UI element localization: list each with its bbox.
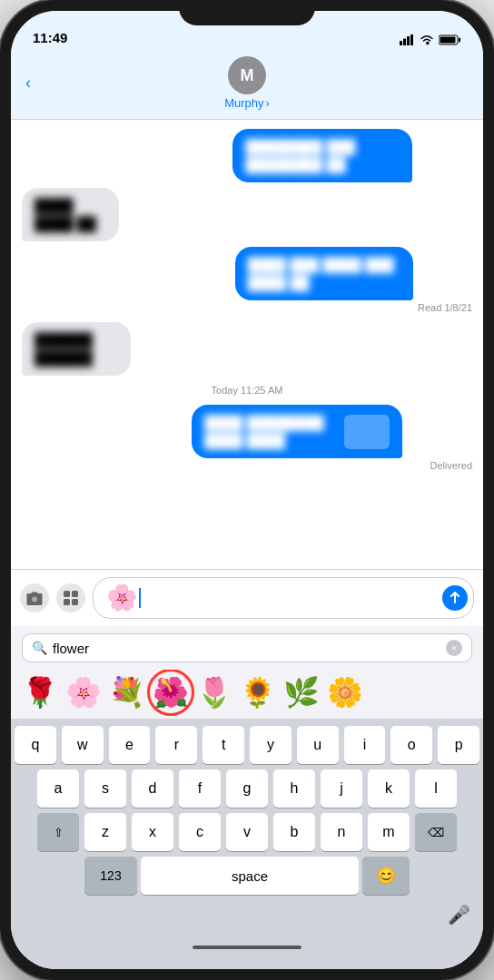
timestamp-today: Today 11:25 AM [22, 385, 472, 396]
text-cursor [139, 588, 141, 608]
read-receipt: Read 1/8/21 [235, 302, 472, 313]
key-f[interactable]: f [179, 769, 221, 808]
emoji-result-rose[interactable]: 🌹 [22, 675, 58, 710]
nav-center[interactable]: M Murphy › [224, 56, 270, 110]
key-e[interactable]: e [109, 726, 151, 764]
key-i[interactable]: i [344, 726, 386, 764]
key-l[interactable]: l [415, 769, 457, 808]
status-icons [400, 34, 461, 45]
emoji-search-icon: 🔍 [32, 641, 47, 655]
svg-rect-3 [410, 34, 413, 45]
emoji-result-blossom2[interactable]: 🌼 [327, 675, 363, 710]
delivered-status: Delivered [192, 460, 472, 471]
key-r[interactable]: r [155, 726, 197, 764]
phone-frame: 11:49 [0, 0, 494, 980]
key-u[interactable]: u [297, 726, 339, 764]
svg-rect-5 [459, 38, 460, 43]
send-button[interactable] [442, 585, 468, 611]
keyboard-row-1: q w e r t y u i o p [15, 726, 479, 764]
svg-rect-8 [64, 591, 70, 597]
key-g[interactable]: g [226, 769, 268, 808]
key-d[interactable]: d [132, 769, 173, 808]
message-bubble-sent-2: ████ ███ ████ ███ ████ ██ [235, 247, 413, 300]
key-b[interactable]: b [273, 813, 315, 851]
phone-screen: 11:49 [11, 11, 483, 969]
contact-name-arrow: › [266, 96, 270, 110]
emoji-result-bouquet[interactable]: 💐 [109, 675, 145, 710]
svg-rect-0 [400, 41, 402, 45]
key-t[interactable]: t [203, 726, 244, 764]
key-emoji[interactable]: 😊 [362, 857, 410, 895]
svg-point-7 [32, 596, 37, 602]
key-shift[interactable]: ⇧ [37, 813, 79, 851]
svg-rect-1 [403, 39, 406, 46]
compose-bar: 🌸 [11, 569, 483, 626]
wifi-icon [420, 34, 434, 45]
keyboard-row-2: a s d f g h j k l [15, 769, 479, 808]
camera-button[interactable] [20, 583, 49, 612]
message-bubble-sent-3: ████ ████████ ████ ████ [192, 405, 402, 458]
back-button[interactable]: ‹ [25, 74, 31, 93]
appstore-button[interactable] [56, 583, 85, 612]
emoji-search-input-wrap[interactable]: 🔍 flower × [22, 633, 472, 662]
key-s[interactable]: s [84, 769, 126, 808]
messages-area: ████████ ███ ████████ ██ ████ ████ ██ ██… [11, 120, 483, 569]
emoji-search-bar: 🔍 flower × [11, 626, 483, 670]
home-indicator [193, 946, 301, 949]
mic-button[interactable]: 🎤 [448, 904, 470, 926]
svg-rect-6 [440, 37, 456, 44]
contact-avatar: M [228, 56, 266, 94]
bottom-bar [11, 933, 483, 969]
key-q[interactable]: q [15, 726, 56, 764]
key-o[interactable]: o [390, 726, 432, 764]
contact-name: Murphy [224, 96, 263, 110]
message-bubble-received-2: ██████ ██████ [22, 322, 131, 376]
emoji-result-herb[interactable]: 🌿 [283, 675, 320, 710]
contact-name-row: Murphy › [224, 96, 270, 110]
emoji-result-sunflower[interactable]: 🌻 [240, 675, 276, 710]
key-m[interactable]: m [368, 813, 410, 851]
key-123[interactable]: 123 [84, 857, 137, 895]
key-p[interactable]: p [438, 726, 479, 764]
key-x[interactable]: x [132, 813, 173, 851]
battery-icon [439, 34, 461, 45]
signal-icon [400, 34, 415, 45]
key-y[interactable]: y [250, 726, 291, 764]
emoji-highlight-circle [147, 670, 194, 716]
emoji-result-blossom[interactable]: 🌸 [65, 675, 102, 710]
key-h[interactable]: h [273, 769, 315, 808]
emoji-result-hibiscus[interactable]: 🌺 [153, 675, 189, 710]
key-j[interactable]: j [321, 769, 362, 808]
keyboard-row-3: ⇧ z x c v b n m ⌫ [15, 813, 479, 851]
notch [179, 0, 315, 25]
key-n[interactable]: n [321, 813, 362, 851]
key-c[interactable]: c [179, 813, 221, 851]
emoji-search-clear-button[interactable]: × [446, 640, 462, 656]
keyboard-bottom-row: 🎤 [15, 900, 479, 929]
key-w[interactable]: w [62, 726, 104, 764]
key-a[interactable]: a [37, 769, 79, 808]
compose-input[interactable]: 🌸 [93, 577, 474, 619]
message-bubble-sent-1: ████████ ███ ████████ ██ [232, 129, 412, 182]
status-time: 11:49 [33, 30, 67, 45]
key-space[interactable]: space [141, 857, 359, 895]
keyboard-row-4: 123 space 😊 [15, 857, 479, 895]
svg-rect-9 [72, 591, 78, 597]
key-k[interactable]: k [368, 769, 410, 808]
svg-rect-11 [72, 599, 78, 605]
message-bubble-received-1: ████ ████ ██ [22, 188, 119, 241]
svg-rect-2 [407, 36, 410, 45]
keyboard: q w e r t y u i o p a s d f g h j k [11, 719, 483, 933]
emoji-results-row: 🌹 🌸 💐 🌺 🌷 🌻 🌿 🌼 [11, 670, 483, 719]
key-z[interactable]: z [84, 813, 126, 851]
key-v[interactable]: v [226, 813, 268, 851]
svg-rect-10 [64, 599, 70, 605]
compose-flower-emoji: 🌸 [106, 585, 138, 611]
nav-bar: ‹ M Murphy › [11, 51, 483, 120]
key-backspace[interactable]: ⌫ [415, 813, 457, 851]
emoji-search-text: flower [53, 641, 440, 656]
emoji-result-tulip[interactable]: 🌷 [196, 675, 232, 710]
